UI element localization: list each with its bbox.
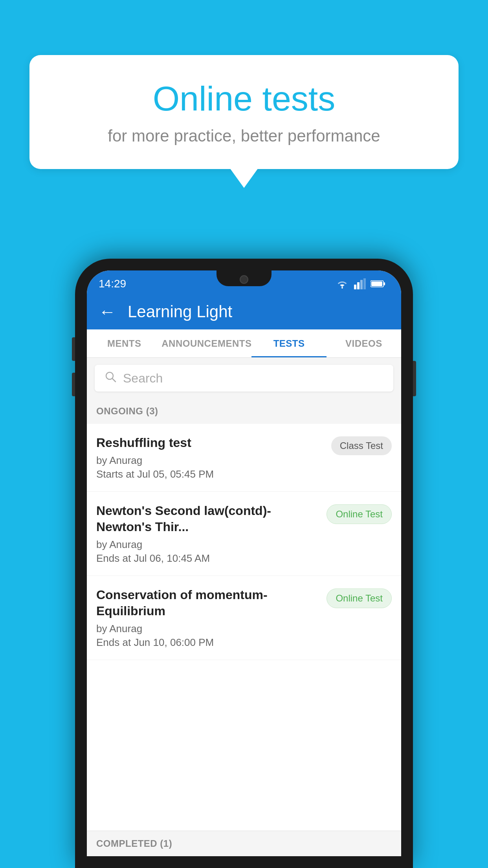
phone-frame: 14:29 [75,259,413,868]
completed-label: COMPLETED (1) [96,838,172,849]
test-author: by Anurag [96,454,323,467]
wifi-icon [335,278,349,289]
search-bar[interactable]: Search [95,365,393,392]
test-list: Reshuffling test by Anurag Starts at Jul… [87,424,401,660]
back-button[interactable]: ← [99,302,116,322]
tab-videos[interactable]: VIDEOS [327,329,401,357]
search-icon [104,370,117,386]
phone-power-button [413,361,416,396]
test-name: Reshuffling test [96,435,323,451]
phone-screen: 14:29 [87,270,401,856]
svg-rect-6 [383,282,385,285]
tabs-container: MENTS ANNOUNCEMENTS TESTS VIDEOS [87,329,401,358]
speech-bubble-subtitle: for more practice, better performance [57,127,431,145]
test-item[interactable]: Reshuffling test by Anurag Starts at Jul… [87,424,401,492]
speech-bubble-container: Online tests for more practice, better p… [29,55,459,169]
test-author: by Anurag [96,623,319,635]
tab-announcements[interactable]: ANNOUNCEMENTS [161,329,251,357]
phone-camera [240,275,248,284]
test-badge-online: Online Test [327,504,392,524]
speech-bubble-title: Online tests [57,79,431,119]
test-name: Newton's Second law(contd)-Newton's Thir… [96,503,319,535]
test-author: by Anurag [96,539,319,551]
search-container: Search [87,358,401,399]
svg-rect-3 [360,280,363,289]
signal-icon [354,278,366,289]
test-time: Ends at Jul 06, 10:45 AM [96,552,319,565]
test-name: Conservation of momentum-Equilibrium [96,587,319,620]
completed-section-header: COMPLETED (1) [87,831,401,856]
svg-rect-4 [363,278,366,289]
svg-rect-2 [357,282,360,289]
ongoing-label: ONGOING (3) [96,406,158,416]
phone-volume-up-button [72,337,75,361]
test-info: Reshuffling test by Anurag Starts at Jul… [96,435,331,480]
svg-rect-1 [354,285,356,289]
test-time: Starts at Jul 05, 05:45 PM [96,468,323,480]
app-title: Learning Light [128,302,232,321]
app-header: ← Learning Light [87,294,401,329]
ongoing-section-header: ONGOING (3) [87,399,401,424]
test-badge-online: Online Test [327,588,392,608]
search-placeholder: Search [123,371,163,386]
phone-volume-down-button [72,373,75,396]
test-item[interactable]: Conservation of momentum-Equilibrium by … [87,576,401,660]
test-item[interactable]: Newton's Second law(contd)-Newton's Thir… [87,492,401,576]
svg-line-9 [112,379,116,382]
test-time: Ends at Jun 10, 06:00 PM [96,636,319,649]
tab-ments[interactable]: MENTS [87,329,161,357]
svg-point-0 [341,287,343,289]
status-icons [335,278,385,289]
test-badge-class: Class Test [331,436,392,455]
phone-notch [216,270,272,286]
test-info: Newton's Second law(contd)-Newton's Thir… [96,503,327,565]
speech-bubble: Online tests for more practice, better p… [29,55,459,169]
tab-tests[interactable]: TESTS [251,329,326,357]
status-time: 14:29 [99,278,126,290]
battery-icon [371,280,385,288]
test-info: Conservation of momentum-Equilibrium by … [96,587,327,649]
svg-rect-7 [371,281,382,286]
